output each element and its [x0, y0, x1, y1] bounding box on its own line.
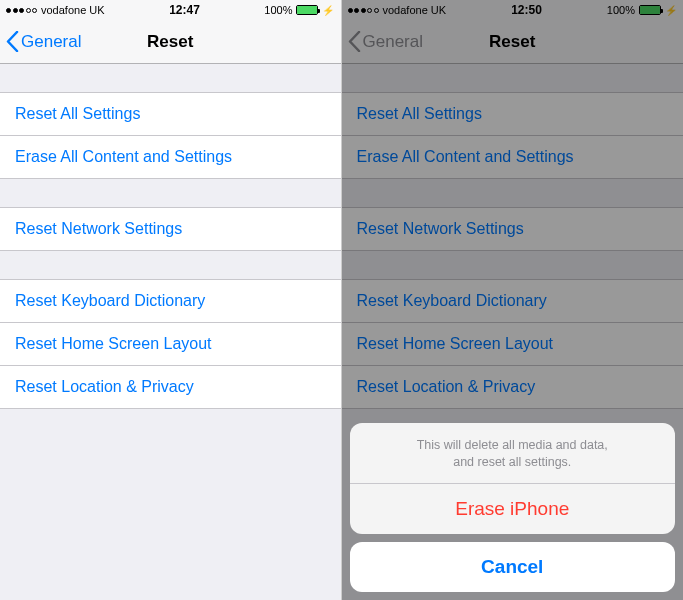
back-label: General [21, 32, 81, 52]
nav-bar: General Reset [0, 20, 341, 64]
erase-iphone-button[interactable]: Erase iPhone [350, 484, 676, 534]
group-3: Reset Keyboard Dictionary Reset Home Scr… [0, 279, 341, 409]
clock: 12:47 [169, 3, 200, 17]
reset-network[interactable]: Reset Network Settings [0, 207, 341, 251]
charging-icon: ⚡ [322, 5, 334, 16]
battery-percent: 100% [264, 4, 292, 16]
status-bar: vodafone UK 12:47 100% ⚡ [0, 0, 341, 20]
back-button[interactable]: General [0, 31, 81, 52]
reset-keyboard[interactable]: Reset Keyboard Dictionary [0, 279, 341, 323]
screen-right: vodafone UK 12:50 100% ⚡ General Reset R… [342, 0, 684, 600]
screen-left: vodafone UK 12:47 100% ⚡ General Reset R… [0, 0, 342, 600]
reset-all-settings[interactable]: Reset All Settings [0, 92, 341, 136]
battery-icon [296, 5, 318, 15]
erase-all-content[interactable]: Erase All Content and Settings [0, 136, 341, 179]
signal-icon [6, 8, 37, 13]
chevron-left-icon [6, 31, 19, 52]
carrier-label: vodafone UK [41, 4, 105, 16]
group-1: Reset All Settings Erase All Content and… [0, 92, 341, 179]
group-2: Reset Network Settings [0, 207, 341, 251]
reset-location-privacy[interactable]: Reset Location & Privacy [0, 366, 341, 409]
cancel-button[interactable]: Cancel [350, 542, 676, 592]
action-sheet: This will delete all media and data, and… [350, 423, 676, 592]
sheet-message: This will delete all media and data, and… [350, 423, 676, 484]
reset-home-screen[interactable]: Reset Home Screen Layout [0, 323, 341, 366]
